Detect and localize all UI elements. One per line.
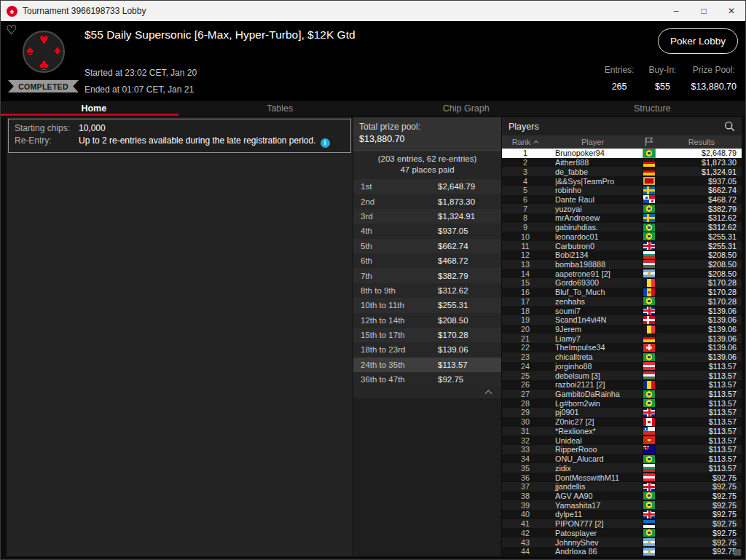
player-row[interactable]: 22TheImpulse34$139.06: [502, 343, 742, 352]
prize-amount: $468.72: [438, 256, 501, 265]
player-row[interactable]: 40dylpe11$92.75: [502, 510, 742, 519]
player-row[interactable]: 12Bobi2134$208.50: [502, 251, 742, 260]
player-row[interactable]: 4|&&Sys|TeamPro$937.05: [502, 176, 742, 186]
player-name: AGV AA90: [549, 492, 637, 500]
player-row[interactable]: 28Lg#born2win$113.57: [502, 398, 742, 408]
player-rank: 41: [502, 519, 549, 528]
player-row[interactable]: 36DontMesswithM11$92.75: [502, 473, 742, 482]
maximize-button[interactable]: □: [690, 1, 718, 21]
tab-structure[interactable]: Structure: [560, 101, 746, 116]
player-row[interactable]: 42Patosplayer$92.75: [502, 528, 742, 537]
player-name: leonardoc01: [549, 232, 637, 241]
player-row[interactable]: 21Liamy7$139.06: [502, 334, 742, 343]
player-rank: 25: [502, 371, 549, 380]
ca-flag-icon: [643, 418, 655, 426]
prize-row: 6th$468.72: [353, 253, 501, 268]
favorite-heart-icon[interactable]: ♡: [6, 23, 17, 38]
column-header-results[interactable]: Results: [661, 138, 742, 146]
window-controls: – □ ✕: [662, 1, 745, 21]
player-name: |&&Sys|TeamPro: [549, 177, 637, 186]
player-row[interactable]: 9gabiruhdias.$312.62: [502, 223, 742, 232]
player-row[interactable]: 39Yamashita17$92.75: [502, 500, 742, 510]
player-flag-cell: [637, 224, 661, 232]
column-header-rank[interactable]: Rank: [502, 138, 549, 146]
player-row[interactable]: 31*Rexlionex*$113.57: [502, 427, 742, 436]
player-row[interactable]: 7yuzoyai$382.79: [502, 204, 742, 213]
player-row[interactable]: 30Z0nic27 [2]$113.57: [502, 417, 742, 427]
prizepool-stat: Prize Pool: $13,880.70: [691, 65, 737, 92]
close-button[interactable]: ✕: [718, 1, 745, 21]
player-row[interactable]: 44Andrloxa 86$92.75: [502, 547, 742, 556]
buyin-label: Buy-In:: [648, 65, 676, 75]
prize-place: 18th to 23rd: [361, 345, 438, 354]
player-row[interactable]: 33RipperRooo$113.57: [502, 445, 742, 454]
br-flag-icon: [643, 529, 655, 537]
player-row[interactable]: 43JohnnyShev$92.75: [502, 537, 742, 547]
player-row[interactable]: 35zidix$113.57: [502, 463, 742, 473]
prize-amount: $937.05: [438, 226, 501, 235]
player-result: $113.57: [661, 445, 742, 454]
tab-chip-graph[interactable]: Chip Graph: [373, 101, 560, 116]
column-header-flag[interactable]: [637, 137, 661, 148]
player-row[interactable]: 11Carbutron0$255.31: [502, 241, 742, 251]
player-row[interactable]: 32Unideal$113.57: [502, 435, 742, 445]
window-title: Tournament 3966198733 Lobby: [23, 6, 146, 16]
minimize-button[interactable]: –: [662, 1, 690, 21]
dk-flag-icon: [643, 316, 655, 324]
player-rank: 34: [502, 454, 549, 463]
player-row[interactable]: 26razboi2121 [2]$113.57: [502, 380, 742, 390]
player-row[interactable]: 16Bluf_To_Much$170.28: [502, 288, 742, 297]
player-row[interactable]: 13bomba198888$208.50: [502, 260, 742, 269]
player-row[interactable]: 23chicalltreta$139.06: [502, 352, 742, 362]
prize-amount: $170.28: [438, 331, 501, 339]
entries-value: 265: [605, 82, 635, 92]
at-flag-icon: [643, 473, 655, 481]
player-row[interactable]: 14aapetrone91 [2]$208.50: [502, 269, 742, 278]
player-row[interactable]: 27GambitoDaRainha$113.57: [502, 390, 742, 399]
player-row[interactable]: 10leonardoc01$255.31: [502, 232, 742, 241]
info-icon[interactable]: i: [321, 138, 330, 148]
player-rank: 18: [502, 307, 549, 315]
player-result: $113.57: [661, 362, 742, 371]
player-row[interactable]: 41PIPON777 [2]$92.75: [502, 519, 742, 529]
player-result: $139.06: [661, 325, 742, 334]
prize-amount: $312.62: [438, 286, 501, 295]
column-header-player[interactable]: Player: [549, 138, 637, 146]
player-flag-cell: [637, 362, 661, 370]
player-name: Carbutron0: [549, 242, 637, 251]
prize-collapse-bar[interactable]: [353, 387, 501, 398]
prize-place: 6th: [361, 256, 438, 265]
player-row[interactable]: 1Brunopoker94$2,648.79: [502, 149, 742, 158]
br-flag-icon: [643, 399, 655, 407]
player-row[interactable]: 8mrAndreeew$312.62: [502, 213, 742, 223]
player-row[interactable]: 3de_fabbe$1,324.91: [502, 167, 742, 176]
tab-home[interactable]: Home: [1, 101, 187, 116]
player-row[interactable]: 2Aither888$1,873.30: [502, 158, 742, 167]
poker-lobby-button[interactable]: Poker Lobby: [658, 28, 738, 54]
player-row[interactable]: 15Gordo69300$170.28: [502, 278, 742, 288]
player-rank: 27: [502, 390, 549, 398]
player-row[interactable]: 5robinho$662.74: [502, 186, 742, 195]
player-row[interactable]: 24jorginho88$113.57: [502, 362, 742, 371]
player-rank: 42: [502, 529, 549, 537]
scrollbar-thumb[interactable]: [734, 549, 741, 556]
player-row[interactable]: 37jjandellis$92.75: [502, 482, 742, 492]
player-row[interactable]: 18soumi7$139.06: [502, 306, 742, 315]
player-row[interactable]: 38AGV AA90$92.75: [502, 492, 742, 501]
player-row[interactable]: 34ONU_Alucard$113.57: [502, 454, 742, 464]
player-row[interactable]: 19Scand1n4vi4N$139.06: [502, 315, 742, 325]
player-row[interactable]: 209Jerem$139.06: [502, 325, 742, 334]
player-row[interactable]: 17zenhahs$170.28: [502, 297, 742, 307]
player-row[interactable]: 29pj0901$113.57: [502, 408, 742, 417]
bg-flag-icon: [643, 251, 655, 259]
player-row[interactable]: 6Dante Raul$468.72: [502, 195, 742, 205]
total-prize-pool-value: $13,880.70: [359, 133, 495, 146]
player-flag-cell: [637, 251, 661, 259]
prize-amount: $92.75: [438, 375, 501, 384]
tournament-info-box: Starting chips: 10,000 Re-Entry: Up to 2…: [8, 119, 351, 153]
player-row[interactable]: 25debelsum [3]$113.57: [502, 371, 742, 380]
search-button[interactable]: [724, 121, 735, 132]
re-entry-row: Re-Entry: Up to 2 re-entries available d…: [15, 135, 345, 148]
tab-tables[interactable]: Tables: [187, 101, 374, 116]
player-rank: 24: [502, 362, 549, 371]
